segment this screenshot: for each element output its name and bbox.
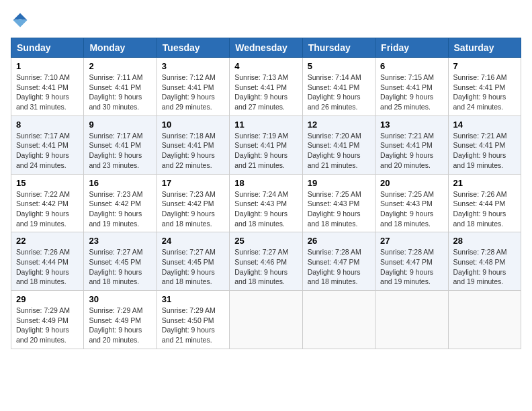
day-info: Sunrise: 7:10 AMSunset: 4:41 PMDaylight:… (16, 73, 70, 111)
day-info: Sunrise: 7:20 AMSunset: 4:41 PMDaylight:… (308, 132, 361, 169)
calendar-cell: 11 Sunrise: 7:19 AMSunset: 4:41 PMDaylig… (230, 116, 302, 174)
calendar-cell: 17 Sunrise: 7:23 AMSunset: 4:42 PMDaylig… (157, 174, 229, 232)
day-number: 24 (162, 236, 224, 246)
day-info: Sunrise: 7:23 AMSunset: 4:42 PMDaylight:… (162, 190, 216, 228)
calendar-table: SundayMondayTuesdayWednesdayThursdayFrid… (11, 38, 521, 349)
day-number: 30 (89, 294, 151, 304)
calendar-cell: 1 Sunrise: 7:10 AMSunset: 4:41 PMDayligh… (11, 58, 84, 116)
calendar-week-1: 1 Sunrise: 7:10 AMSunset: 4:41 PMDayligh… (11, 58, 521, 116)
day-number: 1 (16, 61, 79, 71)
calendar-cell: 24 Sunrise: 7:27 AMSunset: 4:45 PMDaylig… (157, 232, 229, 291)
calendar-cell: 3 Sunrise: 7:12 AMSunset: 4:41 PMDayligh… (157, 58, 229, 116)
weekday-header-tuesday: Tuesday (157, 38, 229, 58)
calendar-cell: 6 Sunrise: 7:15 AMSunset: 4:41 PMDayligh… (375, 58, 448, 116)
day-number: 21 (453, 178, 516, 188)
day-info: Sunrise: 7:25 AMSunset: 4:43 PMDaylight:… (380, 190, 434, 228)
calendar-cell: 30 Sunrise: 7:29 AMSunset: 4:49 PMDaylig… (84, 291, 157, 349)
weekday-header-monday: Monday (84, 38, 157, 58)
calendar-cell: 19 Sunrise: 7:25 AMSunset: 4:43 PMDaylig… (302, 174, 375, 232)
day-info: Sunrise: 7:18 AMSunset: 4:41 PMDaylight:… (162, 132, 216, 169)
day-info: Sunrise: 7:28 AMSunset: 4:48 PMDaylight:… (453, 248, 507, 285)
calendar-cell: 12 Sunrise: 7:20 AMSunset: 4:41 PMDaylig… (302, 116, 375, 174)
weekday-header-sunday: Sunday (11, 38, 84, 58)
calendar-cell (302, 291, 375, 349)
calendar-cell: 31 Sunrise: 7:29 AMSunset: 4:50 PMDaylig… (157, 291, 229, 349)
day-info: Sunrise: 7:26 AMSunset: 4:44 PMDaylight:… (16, 248, 70, 285)
day-number: 14 (453, 120, 516, 130)
calendar-cell: 21 Sunrise: 7:26 AMSunset: 4:44 PMDaylig… (448, 174, 521, 232)
calendar-cell: 10 Sunrise: 7:18 AMSunset: 4:41 PMDaylig… (157, 116, 229, 174)
calendar-cell: 25 Sunrise: 7:27 AMSunset: 4:46 PMDaylig… (230, 232, 302, 291)
weekday-header-friday: Friday (375, 38, 448, 58)
day-info: Sunrise: 7:24 AMSunset: 4:43 PMDaylight:… (234, 190, 288, 228)
calendar-cell: 13 Sunrise: 7:21 AMSunset: 4:41 PMDaylig… (375, 116, 448, 174)
day-number: 22 (16, 236, 79, 246)
calendar-cell: 26 Sunrise: 7:28 AMSunset: 4:47 PMDaylig… (302, 232, 375, 291)
calendar-cell: 7 Sunrise: 7:16 AMSunset: 4:41 PMDayligh… (448, 58, 521, 116)
calendar-cell: 23 Sunrise: 7:27 AMSunset: 4:45 PMDaylig… (84, 232, 157, 291)
weekday-header-thursday: Thursday (302, 38, 375, 58)
day-info: Sunrise: 7:21 AMSunset: 4:41 PMDaylight:… (380, 132, 434, 169)
calendar-cell: 16 Sunrise: 7:23 AMSunset: 4:42 PMDaylig… (84, 174, 157, 232)
day-number: 29 (16, 294, 79, 304)
calendar-cell: 8 Sunrise: 7:17 AMSunset: 4:41 PMDayligh… (11, 116, 84, 174)
calendar-cell: 18 Sunrise: 7:24 AMSunset: 4:43 PMDaylig… (230, 174, 302, 232)
calendar-cell: 27 Sunrise: 7:28 AMSunset: 4:47 PMDaylig… (375, 232, 448, 291)
day-info: Sunrise: 7:25 AMSunset: 4:43 PMDaylight:… (308, 190, 361, 228)
day-number: 25 (234, 236, 297, 246)
day-info: Sunrise: 7:29 AMSunset: 4:49 PMDaylight:… (16, 306, 70, 344)
day-info: Sunrise: 7:22 AMSunset: 4:42 PMDaylight:… (16, 190, 70, 228)
day-info: Sunrise: 7:17 AMSunset: 4:41 PMDaylight:… (89, 132, 142, 169)
day-number: 6 (380, 61, 443, 71)
day-info: Sunrise: 7:21 AMSunset: 4:41 PMDaylight:… (453, 132, 507, 169)
calendar-cell: 4 Sunrise: 7:13 AMSunset: 4:41 PMDayligh… (230, 58, 302, 116)
day-number: 16 (89, 178, 151, 188)
day-info: Sunrise: 7:29 AMSunset: 4:49 PMDaylight:… (89, 306, 142, 344)
day-info: Sunrise: 7:29 AMSunset: 4:50 PMDaylight:… (162, 306, 216, 344)
calendar-cell: 28 Sunrise: 7:28 AMSunset: 4:48 PMDaylig… (448, 232, 521, 291)
calendar-cell (230, 291, 302, 349)
day-number: 20 (380, 178, 443, 188)
day-number: 23 (89, 236, 151, 246)
calendar-cell: 14 Sunrise: 7:21 AMSunset: 4:41 PMDaylig… (448, 116, 521, 174)
calendar-cell: 9 Sunrise: 7:17 AMSunset: 4:41 PMDayligh… (84, 116, 157, 174)
day-info: Sunrise: 7:16 AMSunset: 4:41 PMDaylight:… (453, 73, 507, 111)
day-info: Sunrise: 7:28 AMSunset: 4:47 PMDaylight:… (308, 248, 361, 285)
day-number: 15 (16, 178, 79, 188)
day-info: Sunrise: 7:19 AMSunset: 4:41 PMDaylight:… (234, 132, 288, 169)
day-number: 17 (162, 178, 224, 188)
calendar-week-5: 29 Sunrise: 7:29 AMSunset: 4:49 PMDaylig… (11, 291, 521, 349)
day-info: Sunrise: 7:26 AMSunset: 4:44 PMDaylight:… (453, 190, 507, 228)
day-number: 10 (162, 120, 224, 130)
day-info: Sunrise: 7:23 AMSunset: 4:42 PMDaylight:… (89, 190, 142, 228)
calendar-cell (448, 291, 521, 349)
logo-icon (11, 11, 30, 30)
weekday-header-saturday: Saturday (448, 38, 521, 58)
day-number: 31 (162, 294, 224, 304)
day-info: Sunrise: 7:13 AMSunset: 4:41 PMDaylight:… (234, 73, 288, 111)
day-number: 26 (308, 236, 370, 246)
calendar-week-4: 22 Sunrise: 7:26 AMSunset: 4:44 PMDaylig… (11, 232, 521, 291)
svg-marker-0 (13, 13, 28, 21)
calendar-cell: 5 Sunrise: 7:14 AMSunset: 4:41 PMDayligh… (302, 58, 375, 116)
day-number: 27 (380, 236, 443, 246)
day-info: Sunrise: 7:15 AMSunset: 4:41 PMDaylight:… (380, 73, 434, 111)
day-number: 19 (308, 178, 370, 188)
day-info: Sunrise: 7:27 AMSunset: 4:46 PMDaylight:… (234, 248, 288, 285)
calendar-cell (375, 291, 448, 349)
calendar-cell: 2 Sunrise: 7:11 AMSunset: 4:41 PMDayligh… (84, 58, 157, 116)
day-info: Sunrise: 7:27 AMSunset: 4:45 PMDaylight:… (89, 248, 142, 285)
day-info: Sunrise: 7:28 AMSunset: 4:47 PMDaylight:… (380, 248, 434, 285)
logo (11, 11, 32, 30)
svg-marker-1 (13, 19, 28, 28)
day-info: Sunrise: 7:14 AMSunset: 4:41 PMDaylight:… (308, 73, 361, 111)
day-info: Sunrise: 7:11 AMSunset: 4:41 PMDaylight:… (89, 73, 142, 111)
weekday-header-wednesday: Wednesday (230, 38, 302, 58)
day-number: 4 (234, 61, 297, 71)
day-number: 18 (234, 178, 297, 188)
calendar-cell: 22 Sunrise: 7:26 AMSunset: 4:44 PMDaylig… (11, 232, 84, 291)
day-number: 3 (162, 61, 224, 71)
day-number: 11 (234, 120, 297, 130)
calendar-cell: 20 Sunrise: 7:25 AMSunset: 4:43 PMDaylig… (375, 174, 448, 232)
day-info: Sunrise: 7:27 AMSunset: 4:45 PMDaylight:… (162, 248, 216, 285)
